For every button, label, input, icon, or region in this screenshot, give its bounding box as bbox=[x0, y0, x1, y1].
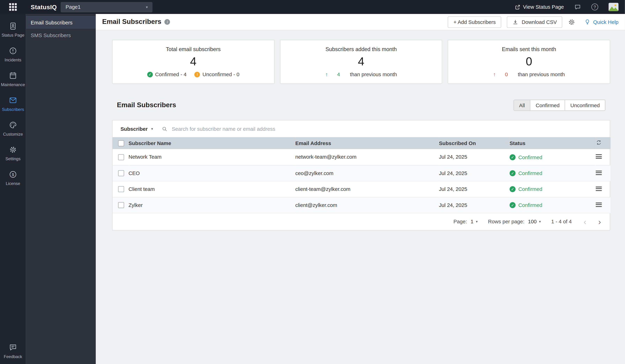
pager-arrows: ‹ › bbox=[584, 218, 601, 225]
subscribed-on-date: Jul 24, 2025 bbox=[439, 181, 510, 197]
page-group: Page: 1 ▾ bbox=[453, 219, 478, 224]
table-body: Network Team network-team@zylker.com Jul… bbox=[113, 149, 611, 213]
download-csv-button[interactable]: Download CSV bbox=[507, 16, 562, 28]
table-row[interactable]: Network Team network-team@zylker.com Jul… bbox=[113, 149, 611, 165]
status-badge: ✓ Confirmed bbox=[509, 170, 542, 176]
dollar-circle-icon: $ bbox=[9, 170, 17, 180]
confirmed-check-icon: ✓ bbox=[509, 202, 515, 208]
filter-all[interactable]: All bbox=[514, 100, 530, 110]
subscribers-panel: Subscriber ▾ bbox=[112, 120, 610, 230]
row-menu-icon[interactable] bbox=[596, 202, 602, 207]
sidebar-item-subscribers[interactable]: Subscribers bbox=[0, 91, 26, 116]
table-pagination: Page: 1 ▾ Rows per page: 100 ▾ bbox=[113, 213, 610, 230]
row-checkbox[interactable] bbox=[118, 154, 124, 160]
view-status-page-label: View Status Page bbox=[523, 4, 564, 10]
stat-card-emails-sent: Emails sent this month 0 ↑ 0 than previo… bbox=[448, 40, 610, 84]
info-icon[interactable]: i bbox=[164, 19, 170, 25]
table-row[interactable]: Zylker client@zylker.com Jul 24, 2025 ✓ … bbox=[113, 197, 611, 213]
palette-icon bbox=[9, 121, 17, 130]
stat-value: 4 bbox=[358, 55, 364, 68]
alert-circle-icon bbox=[9, 47, 17, 56]
svg-text:$: $ bbox=[12, 172, 14, 177]
subscriber-name: Network Team bbox=[128, 149, 295, 165]
page-label: Page: bbox=[453, 219, 467, 224]
page-dropdown[interactable]: 1 ▾ bbox=[470, 219, 478, 224]
trend-up-icon: ↑ bbox=[493, 71, 496, 77]
sidebar-item-customize[interactable]: Customize bbox=[0, 116, 26, 141]
warning-icon: ! bbox=[194, 72, 200, 77]
stat-card-added-this-month: Subscribers added this month 4 ↑ 4 than … bbox=[280, 40, 442, 84]
id-badge-icon bbox=[9, 22, 17, 31]
sidebar-item-status-page[interactable]: Status Page bbox=[0, 17, 26, 42]
view-status-page-link[interactable]: View Status Page bbox=[515, 4, 564, 10]
confirmed-check-icon: ✓ bbox=[147, 72, 153, 77]
chat-icon[interactable] bbox=[574, 4, 581, 10]
envelope-icon bbox=[9, 96, 17, 106]
primary-sidebar: Status Page Incidents Maintenance Subscr… bbox=[0, 14, 26, 364]
delta-value: 0 bbox=[505, 71, 508, 77]
avatar[interactable] bbox=[609, 3, 619, 11]
row-menu-icon[interactable] bbox=[596, 186, 602, 191]
subscriber-search-input[interactable] bbox=[172, 126, 602, 132]
apps-grid-button[interactable] bbox=[0, 3, 26, 11]
sidebar-item-maintenance[interactable]: Maintenance bbox=[0, 67, 26, 91]
search-field-dropdown[interactable]: Subscriber ▾ bbox=[121, 126, 153, 132]
subnav-item-email-subscribers[interactable]: Email Subscribers bbox=[26, 16, 96, 28]
subscriber-name: Client team bbox=[128, 181, 295, 197]
row-menu-icon[interactable] bbox=[596, 170, 602, 175]
column-status: Status bbox=[509, 137, 596, 149]
status-badge: ✓ Confirmed bbox=[509, 186, 542, 192]
stat-cards: Total email subscribers 4 ✓ Confirmed - … bbox=[112, 40, 610, 84]
rows-per-page-group: Rows per page: 100 ▾ bbox=[488, 219, 541, 224]
row-checkbox[interactable] bbox=[118, 170, 124, 176]
row-menu-icon[interactable] bbox=[596, 154, 602, 159]
column-email-address: Email Address bbox=[295, 137, 439, 149]
confirmed-check-icon: ✓ bbox=[509, 186, 515, 192]
delta-suffix: than previous month bbox=[518, 71, 565, 77]
sidebar-item-label: Subscribers bbox=[2, 107, 24, 112]
filter-unconfirmed[interactable]: Unconfirmed bbox=[565, 100, 605, 110]
select-all-checkbox[interactable] bbox=[118, 140, 124, 146]
subnav-item-sms-subscribers[interactable]: SMS Subscribers bbox=[26, 29, 96, 41]
external-link-icon bbox=[515, 4, 520, 10]
calendar-icon bbox=[9, 71, 17, 81]
quick-help-link[interactable]: Quick Help bbox=[584, 19, 619, 25]
stat-footer: ↑ 0 than previous month bbox=[493, 71, 565, 77]
previous-page-button[interactable]: ‹ bbox=[584, 218, 586, 225]
row-checkbox[interactable] bbox=[118, 202, 124, 208]
next-page-button[interactable]: › bbox=[598, 218, 601, 225]
status-badge: ✓ Confirmed bbox=[509, 154, 542, 160]
sidebar-item-license[interactable]: $ License bbox=[0, 166, 26, 190]
sidebar-item-label: Settings bbox=[5, 156, 21, 161]
stat-footer: ✓ Confirmed - 4 ! Unconfirmed - 0 bbox=[147, 71, 239, 77]
download-icon bbox=[512, 19, 518, 25]
stat-footer: ↑ 4 than previous month bbox=[325, 71, 397, 77]
search-field-value: Subscriber bbox=[121, 126, 148, 132]
sidebar-item-label: Maintenance bbox=[1, 82, 25, 87]
rows-per-page-dropdown[interactable]: 100 ▾ bbox=[528, 219, 541, 224]
refresh-icon[interactable] bbox=[596, 140, 602, 145]
page-selector-dropdown[interactable]: Page1 ▾ bbox=[61, 2, 153, 12]
status-filter-group: All Confirmed Unconfirmed bbox=[513, 100, 605, 111]
table-row[interactable]: Client team client-team@zylker.com Jul 2… bbox=[113, 181, 611, 197]
sidebar-item-incidents[interactable]: Incidents bbox=[0, 42, 26, 67]
column-subscriber-name: Subscriber Name bbox=[128, 137, 295, 149]
brand-logo: StatusIQ bbox=[31, 3, 57, 10]
filter-confirmed[interactable]: Confirmed bbox=[530, 100, 565, 110]
sidebar-item-settings[interactable]: Settings bbox=[0, 141, 26, 166]
table-row[interactable]: CEO ceo@zylker.com Jul 24, 2025 ✓ Confir… bbox=[113, 165, 611, 181]
sidebar-item-label: Incidents bbox=[4, 57, 21, 62]
confirmed-check-icon: ✓ bbox=[509, 154, 515, 160]
help-icon[interactable]: ? bbox=[591, 4, 598, 10]
subscriber-email: network-team@zylker.com bbox=[295, 149, 439, 165]
settings-gear-button[interactable] bbox=[568, 18, 575, 26]
stat-card-total: Total email subscribers 4 ✓ Confirmed - … bbox=[112, 40, 275, 84]
subscribers-table: Subscriber Name Email Address Subscribed… bbox=[113, 137, 611, 213]
stat-title: Total email subscribers bbox=[166, 46, 221, 52]
row-checkbox[interactable] bbox=[118, 186, 124, 192]
section-title: Email Subscribers bbox=[117, 101, 176, 109]
sidebar-item-feedback[interactable]: Feedback bbox=[0, 338, 26, 363]
sidebar-item-label: License bbox=[6, 181, 20, 186]
add-subscribers-button[interactable]: + Add Subscribers bbox=[448, 16, 501, 28]
confirmed-chip: ✓ Confirmed - 4 bbox=[147, 71, 187, 77]
